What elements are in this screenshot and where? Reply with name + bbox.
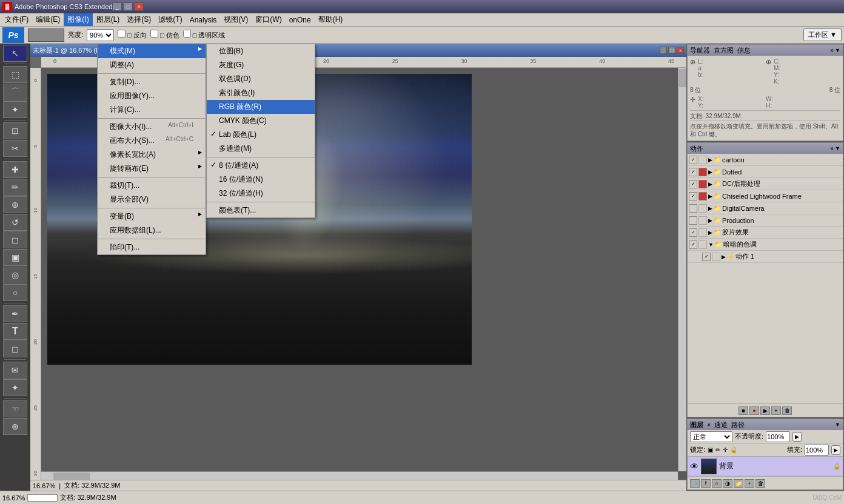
menu-calculate[interactable]: 计算(C)...	[98, 103, 206, 117]
brightness-select[interactable]: 90%	[87, 29, 114, 41]
close-button[interactable]: ×	[134, 2, 144, 11]
nav-panel-close[interactable]: ×	[830, 47, 834, 54]
action-action1[interactable]: ✓ ▶ ⚡ 动作 1	[688, 251, 843, 263]
canvas-maximize[interactable]: □	[668, 47, 675, 54]
canvas-minimize[interactable]: _	[660, 47, 667, 54]
actions-delete-btn[interactable]: 🗑	[782, 406, 792, 415]
menu-crop[interactable]: 裁切(T)...	[98, 179, 206, 193]
histogram-tab[interactable]: 直方图	[714, 46, 734, 55]
zoom-slider[interactable]	[27, 494, 58, 502]
action-check-action1[interactable]: ✓	[702, 253, 711, 261]
action-film[interactable]: ✓ ▶ 📁 胶片效果	[688, 227, 843, 239]
history-brush-tool[interactable]: ↺	[3, 214, 27, 231]
mode-lab[interactable]: Lab 颜色(L)	[207, 128, 315, 142]
mode-grayscale[interactable]: 灰度(G)	[207, 58, 315, 72]
notes-tool[interactable]: ✉	[3, 362, 27, 379]
clone-stamp-tool[interactable]: ⊕	[3, 196, 27, 213]
actions-stop-btn[interactable]: ■	[738, 406, 748, 415]
healing-tool[interactable]: ✚	[3, 161, 27, 178]
actions-new-btn[interactable]: +	[771, 406, 781, 415]
menu-window[interactable]: 窗口(W)	[252, 13, 285, 26]
opacity-input[interactable]	[766, 431, 790, 442]
menu-view[interactable]: 视图(V)	[220, 13, 252, 26]
workspace-button[interactable]: 工作区 ▼	[803, 28, 842, 41]
dodge-tool[interactable]: ○	[3, 284, 27, 301]
mode-index[interactable]: 索引颜色(I)	[207, 86, 315, 100]
pen-tool[interactable]: ✒	[3, 305, 27, 322]
slice-tool[interactable]: ✂	[3, 140, 27, 157]
action-dark-tone[interactable]: ✓ ▼ 📁 暗暗的色调	[688, 239, 843, 251]
scrollbar-vertical[interactable]	[678, 68, 686, 471]
channels-tab[interactable]: ×	[707, 421, 711, 428]
foreground-background-colors[interactable]	[28, 28, 64, 42]
menu-apply-data[interactable]: 应用数据组(L)...	[98, 224, 206, 237]
action-check-dc[interactable]: ✓	[689, 180, 697, 188]
minimize-button[interactable]: _	[112, 2, 122, 11]
layers-tab[interactable]: 图层	[690, 420, 703, 429]
menu-onone[interactable]: onOne	[286, 15, 315, 25]
menu-layer[interactable]: 图层(L)	[93, 13, 124, 26]
menu-select[interactable]: 选择(S)	[123, 13, 155, 26]
action-expand-dc[interactable]: ▶	[708, 181, 712, 187]
lock-image-icon[interactable]: ✏	[715, 446, 720, 453]
action-check-cartoon[interactable]: ✓	[689, 156, 697, 164]
magic-wand-tool[interactable]: ✦	[3, 101, 27, 118]
action-check-dark[interactable]: ✓	[689, 240, 697, 249]
mode-16bit[interactable]: 16 位/通道(N)	[207, 173, 315, 187]
text-tool[interactable]: T	[3, 323, 27, 340]
menu-rotate[interactable]: 旋转画布(E)	[98, 162, 206, 176]
action-check-dotted[interactable]: ✓	[689, 168, 697, 176]
actions-play-btn[interactable]: ▶	[760, 406, 770, 415]
opacity-arrow[interactable]: ▶	[792, 432, 802, 442]
action-expand-action1[interactable]: ▶	[722, 254, 726, 260]
gradient-tool[interactable]: ▣	[3, 249, 27, 266]
menu-edit[interactable]: 编辑(E)	[32, 13, 64, 26]
action-expand-film[interactable]: ▶	[708, 230, 712, 236]
actions-close[interactable]: ×	[830, 145, 834, 152]
menu-image-size[interactable]: 图像大小(I)... Alt+Ctrl+I	[98, 120, 206, 134]
zoom-tool[interactable]: ⊕	[3, 418, 27, 435]
action-check-production[interactable]	[689, 216, 697, 225]
new-layer-btn[interactable]: +	[745, 479, 754, 488]
action-check-digitalcamera[interactable]	[689, 204, 697, 213]
mode-duotone[interactable]: 双色调(D)	[207, 72, 315, 86]
action-digitalcamera[interactable]: ▶ 📁 DigitalCamera	[688, 202, 843, 214]
info-tab[interactable]: 信息	[737, 46, 751, 55]
add-mask-btn[interactable]: ○	[712, 479, 722, 488]
window-controls[interactable]: _ □ ×	[112, 2, 144, 11]
action-expand-digitalcamera[interactable]: ▶	[708, 205, 712, 211]
canvas-close[interactable]: ×	[677, 47, 684, 54]
action-dotted[interactable]: ✓ ▶ 📁 Dotted	[688, 166, 843, 178]
lock-move-icon[interactable]: ✛	[723, 446, 728, 453]
paths-tab[interactable]: 路径	[731, 420, 745, 429]
nav-panel-menu[interactable]: ▼	[835, 47, 840, 53]
menu-pixel-ratio[interactable]: 像素长宽比(A)	[98, 148, 206, 162]
mode-bitmap[interactable]: 位图(B)	[207, 44, 315, 58]
mode-32bit[interactable]: 32 位/通道(H)	[207, 187, 315, 201]
mode-rgb[interactable]: RGB 颜色(R)	[207, 100, 315, 114]
action-expand-production[interactable]: ▶	[708, 217, 712, 224]
action-check-film[interactable]: ✓	[689, 228, 697, 237]
menu-trap[interactable]: 陷印(T)...	[98, 240, 206, 254]
lasso-tool[interactable]: ⌒	[3, 84, 27, 101]
fill-input[interactable]	[805, 445, 829, 456]
delete-layer-btn[interactable]: 🗑	[755, 479, 765, 488]
nav-tab[interactable]: 导航器	[690, 46, 710, 55]
action-dc[interactable]: ✓ ▶ 📁 DC/后期处理	[688, 178, 843, 190]
menu-help[interactable]: 帮助(H)	[315, 13, 347, 26]
menu-filter[interactable]: 滤镜(T)	[155, 13, 186, 26]
lock-transparent-icon[interactable]: ▣	[708, 446, 713, 453]
marquee-tool[interactable]: ⬚	[3, 66, 27, 83]
mode-multichannel[interactable]: 多通道(M)	[207, 142, 315, 156]
brush-tool[interactable]: ✏	[3, 179, 27, 196]
actions-record-btn[interactable]: ●	[749, 406, 759, 415]
lock-all-icon[interactable]: 🔒	[730, 446, 737, 453]
menu-apply-image[interactable]: 应用图像(Y)...	[98, 89, 206, 103]
menu-duplicate[interactable]: 复制(D)...	[98, 75, 206, 89]
reverse-checkbox[interactable]	[118, 30, 126, 38]
menu-show-all[interactable]: 显示全部(V)	[98, 193, 206, 207]
maximize-button[interactable]: □	[123, 2, 133, 11]
layer-row-bg[interactable]: 👁 背景 🔒	[688, 457, 843, 476]
menu-image[interactable]: 图像(I)	[64, 13, 92, 26]
scrollbar-horizontal[interactable]	[41, 471, 678, 480]
